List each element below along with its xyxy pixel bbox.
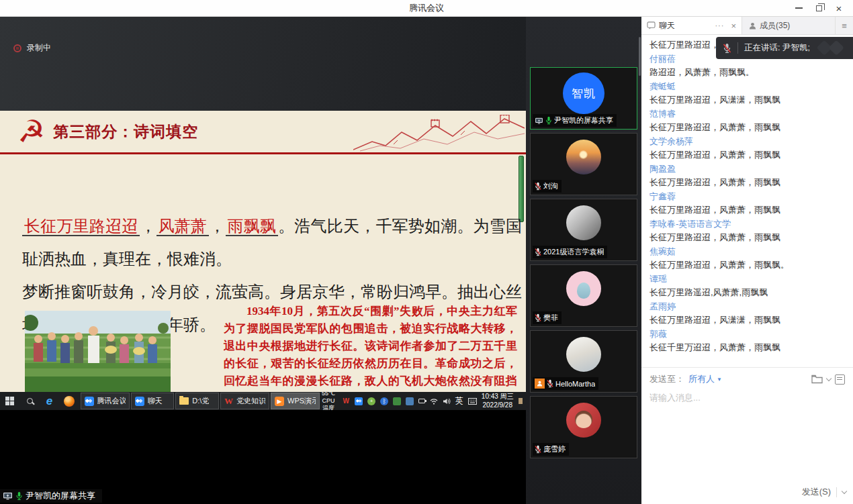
poem-separator: ， — [209, 217, 225, 235]
message-text: 路迢迢，风萧萧，雨飘飘。 — [649, 66, 845, 80]
panel-menu-button[interactable]: ≡ — [836, 17, 853, 34]
message-sender: 龚蜓蜓 — [649, 80, 845, 94]
speaking-toast: 正在讲话: 尹智凯; — [716, 37, 853, 59]
chat-input[interactable]: 请输入消息... — [649, 392, 845, 404]
battery-icon[interactable] — [418, 399, 425, 403]
message-sender: 谭瑶 — [649, 272, 845, 287]
bluetooth-tray-icon[interactable]: ᛒ — [380, 397, 388, 405]
recording-dot-icon — [13, 44, 21, 52]
start-button[interactable] — [0, 392, 19, 410]
tab-members[interactable]: 成员(35) — [742, 17, 836, 34]
graphics-tray-icon[interactable] — [393, 397, 401, 405]
minimize-button[interactable] — [789, 0, 809, 16]
participant-tile[interactable]: 庞雪婷 — [530, 396, 637, 458]
send-to-row: 发送至： 所有人 ▼ — [649, 373, 845, 385]
taskbar-button-wps-writer[interactable]: W 党史知识竞.. — [220, 393, 269, 409]
file-folder-icon[interactable] — [811, 374, 823, 384]
send-to-label: 发送至： — [649, 373, 684, 385]
network-icon[interactable] — [430, 398, 438, 405]
taskbar-search-button[interactable] — [19, 392, 39, 410]
app-titlebar: 腾讯会议 × — [0, 0, 853, 17]
wps-tray-icon[interactable]: W — [342, 397, 350, 405]
wps-writer-icon: W — [224, 396, 233, 407]
ime-indicator[interactable]: 英 — [455, 395, 463, 407]
participant-tile[interactable]: 刘洵 — [530, 133, 637, 195]
menu-icon: ≡ — [842, 21, 847, 31]
search-icon — [27, 398, 33, 404]
clock-time: 10:43 周三 — [482, 393, 514, 401]
message-sender: 孟雨婷 — [649, 300, 845, 314]
send-options-chevron-icon[interactable] — [842, 488, 847, 493]
slide-photo — [25, 311, 171, 392]
chat-tab-bar: 聊天 ··· × 成员(35) ≡ — [641, 17, 853, 35]
cpu-temp-widget[interactable]: 55℃ CPU温度 — [320, 390, 337, 413]
message-sender: 文学余杨萍 — [649, 135, 845, 149]
taskbar-button-folder[interactable]: D:\党 — [175, 393, 219, 409]
more-icon[interactable]: ··· — [715, 21, 724, 30]
avatar — [566, 337, 601, 372]
message-text: 长征万里路迢迢，风潇潇，雨飘飘 — [649, 93, 845, 107]
taskbar-button-label: 党史知识竞.. — [236, 396, 265, 406]
send-to-dropdown[interactable]: 所有人 ▼ — [688, 373, 722, 385]
meeting-tray-icon[interactable] — [355, 397, 363, 405]
touch-keyboard-icon[interactable] — [468, 398, 477, 405]
divider — [737, 42, 738, 54]
participant-name: HelloMartha — [555, 380, 595, 388]
strip-scrollbar-thumb[interactable] — [639, 37, 641, 76]
slide-header: ☭ 第三部分：诗词填空 — [0, 111, 526, 154]
chat-message-list[interactable]: 长征万里路迢迢，风 付丽蓓 路迢迢，风萧萧，雨飘飘。 龚蜓蜓 长征万里路迢迢，风… — [641, 35, 853, 367]
participant-tile[interactable]: 2021级语言学袁桐 — [530, 199, 637, 261]
recording-indicator: 录制中 — [13, 42, 51, 54]
chat-bubble-icon — [647, 21, 656, 30]
poem-paragraph-1: 长征万里路迢迢，风萧萧，雨飘飘。浩气比天，千军势如潮。为雪国耻洒热血，真理在，恨… — [22, 210, 522, 276]
message-text: 长征万里路迢迢，风潇潇，雨飘飘 — [649, 313, 845, 327]
compose-icons — [811, 374, 845, 385]
send-button[interactable]: 发送(S) — [802, 486, 831, 498]
message-sender: 郭薇 — [649, 327, 845, 342]
close-icon: × — [836, 3, 842, 13]
avatar — [566, 403, 601, 438]
shared-desktop-top: 录制中 — [0, 17, 526, 111]
participant-tile[interactable]: HelloMartha — [530, 330, 637, 393]
message-sender: 陶盈盈 — [649, 162, 845, 177]
taskbar-button-chat[interactable]: 聊天 — [131, 393, 175, 409]
speaking-toast-text: 正在讲话: 尹智凯; — [744, 42, 810, 54]
participant-tile-sharing[interactable]: 智凯 尹智凯的屏幕共享 — [530, 67, 637, 130]
tab-chat[interactable]: 聊天 ··· × — [641, 17, 742, 34]
chevron-down-icon[interactable] — [826, 375, 832, 381]
message-text: 长征万里路迢迢，风萧萧，雨飘飘 — [649, 176, 845, 190]
chat-tab-actions: ··· × — [715, 21, 736, 31]
close-button[interactable]: × — [829, 0, 849, 16]
tencent-chat-icon — [135, 397, 144, 406]
antivirus-tray-icon[interactable]: + — [367, 397, 375, 405]
message-text: 长征万里路迢迢，风萧萧，雨飘飘 — [649, 203, 845, 217]
slide-title: 第三部分：诗词填空 — [53, 121, 198, 142]
wps-presentation-icon: ▶ — [275, 397, 284, 406]
announcement-icon[interactable] — [835, 374, 845, 385]
participant-name: 尹智凯的屏幕共享 — [554, 115, 613, 125]
taskbar-clock[interactable]: 10:43 周三 2022/9/28 — [482, 393, 514, 409]
poem-separator: ， — [140, 217, 156, 235]
poem-blank-1: 长征万里路迢迢 — [22, 217, 140, 236]
participant-strip: 智凯 尹智凯的屏幕共享 刘洵 — [526, 17, 641, 504]
participant-tile[interactable]: 樊菲 — [530, 264, 637, 327]
message-sender: 宁鑫蓉 — [649, 190, 845, 204]
taskbar-button-wps-presentation[interactable]: ▶ WPS演示 ... — [271, 393, 320, 409]
windows-logo-icon — [5, 397, 14, 405]
shared-taskbar: e 腾讯会议 聊天 D:\党 W 党史知识竞.. — [0, 392, 526, 410]
network-app-tray-icon[interactable] — [406, 397, 414, 405]
mic-muted-icon — [535, 445, 541, 454]
volume-icon[interactable] — [443, 398, 451, 405]
screen-share-icon — [3, 492, 13, 500]
close-chat-icon[interactable]: × — [731, 21, 736, 31]
mic-on-icon — [545, 116, 552, 125]
taskbar-firefox-button[interactable] — [59, 392, 79, 410]
restore-button[interactable] — [809, 0, 829, 16]
taskbar-button-meeting[interactable]: 腾讯会议 — [81, 393, 130, 409]
screen-share-banner[interactable]: 尹智凯的屏幕共享 — [0, 489, 102, 503]
send-to-value: 所有人 — [688, 373, 715, 385]
mic-muted-icon — [535, 182, 541, 191]
avatar — [566, 271, 601, 306]
tray-app-icon[interactable] — [519, 398, 523, 404]
taskbar-edge-button[interactable]: e — [40, 392, 59, 410]
